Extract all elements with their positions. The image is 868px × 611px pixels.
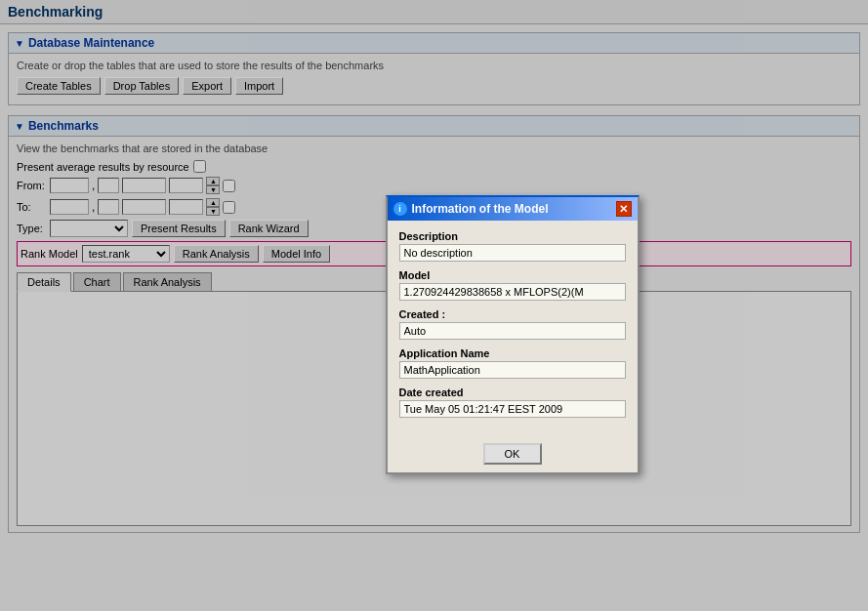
modal-titlebar: i Information of the Model ✕ (388, 197, 638, 221)
model-input[interactable] (399, 283, 626, 301)
modal-close-button[interactable]: ✕ (616, 201, 632, 217)
modal-icon: i (393, 202, 407, 216)
modal-titlebar-left: i Information of the Model (393, 202, 549, 216)
description-field-group: Description (399, 230, 626, 262)
modal-overlay: i Information of the Model ✕ Description… (0, 0, 868, 611)
created-label: Created : (399, 308, 626, 320)
created-field-group: Created : (399, 308, 626, 340)
app-name-label: Application Name (399, 347, 626, 359)
created-input[interactable] (399, 322, 626, 340)
app-name-field-group: Application Name (399, 347, 626, 379)
model-field-group: Model (399, 269, 626, 301)
modal-ok-button[interactable]: OK (483, 443, 542, 465)
app-container: Benchmarking ▼ Database Maintenance Crea… (0, 0, 868, 611)
description-input[interactable] (399, 244, 626, 262)
modal-footer: OK (388, 435, 638, 472)
description-label: Description (399, 230, 626, 242)
date-created-input[interactable] (399, 400, 626, 418)
app-name-input[interactable] (399, 361, 626, 379)
date-created-label: Date created (399, 387, 626, 398)
modal-title: Information of the Model (412, 202, 549, 216)
model-info-modal: i Information of the Model ✕ Description… (386, 195, 640, 474)
modal-body: Description Model Created : Application … (388, 221, 638, 435)
model-label: Model (399, 269, 626, 281)
date-created-field-group: Date created (399, 387, 626, 418)
